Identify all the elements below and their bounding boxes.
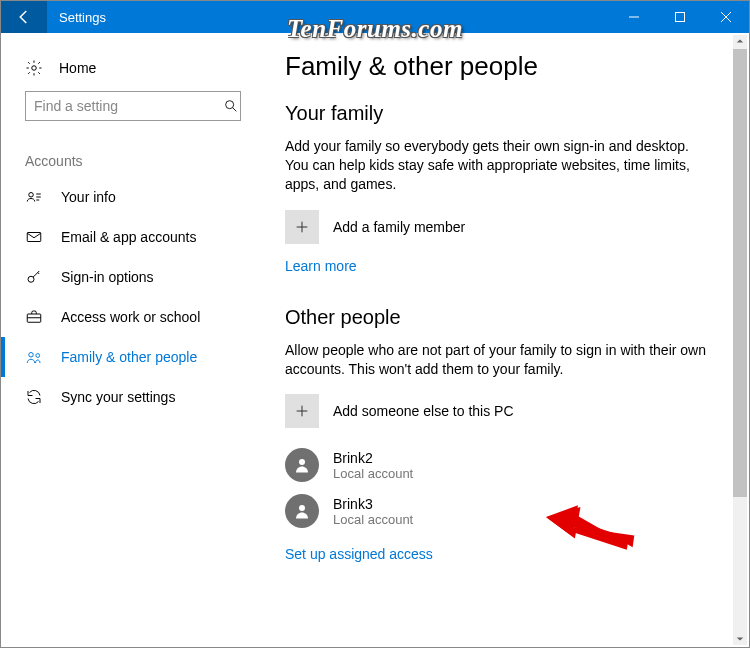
add-other-label: Add someone else to this PC (333, 403, 514, 419)
user-name: Brink2 (333, 450, 413, 466)
svg-rect-11 (27, 233, 41, 242)
sidebar-item-label: Family & other people (61, 349, 197, 365)
svg-point-12 (28, 276, 34, 282)
sidebar-item-signin-options[interactable]: Sign-in options (1, 257, 247, 297)
assigned-access-link[interactable]: Set up assigned access (285, 546, 433, 562)
briefcase-icon (25, 308, 43, 326)
search-box[interactable] (25, 91, 247, 121)
people-icon (25, 348, 43, 366)
svg-rect-1 (676, 13, 685, 22)
sidebar-item-email-accounts[interactable]: Email & app accounts (1, 217, 247, 257)
sidebar-home[interactable]: Home (1, 53, 247, 91)
sidebar-item-sync[interactable]: Sync your settings (1, 377, 247, 417)
svg-point-7 (29, 193, 34, 198)
sidebar-item-label: Access work or school (61, 309, 200, 325)
minimize-button[interactable] (611, 1, 657, 33)
avatar-icon (285, 448, 319, 482)
sidebar-item-label: Your info (61, 189, 116, 205)
svg-point-15 (29, 353, 34, 358)
family-heading: Your family (285, 102, 715, 125)
sidebar-item-family-other[interactable]: Family & other people (1, 337, 247, 377)
other-people-body: Allow people who are not part of your fa… (285, 341, 715, 379)
sync-icon (25, 388, 43, 406)
close-button[interactable] (703, 1, 749, 33)
sidebar-group-header: Accounts (1, 139, 247, 177)
add-family-member-button[interactable]: Add a family member (285, 210, 715, 244)
svg-point-22 (299, 505, 305, 511)
family-body: Add your family so everybody gets their … (285, 137, 715, 194)
key-icon (25, 268, 43, 286)
sidebar-item-label: Sign-in options (61, 269, 154, 285)
gear-icon (25, 59, 43, 77)
user-row-brink3[interactable]: Brink3 Local account (285, 494, 715, 528)
svg-point-4 (32, 66, 37, 71)
maximize-button[interactable] (657, 1, 703, 33)
back-button[interactable] (1, 1, 47, 33)
user-name: Brink3 (333, 496, 413, 512)
content-area: Family & other people Your family Add yo… (257, 33, 749, 647)
sidebar-item-label: Email & app accounts (61, 229, 196, 245)
window-title: Settings (47, 1, 611, 33)
add-family-label: Add a family member (333, 219, 465, 235)
svg-point-21 (299, 459, 305, 465)
mail-icon (25, 228, 43, 246)
user-type: Local account (333, 466, 413, 481)
sidebar-home-label: Home (59, 60, 96, 76)
window-controls (611, 1, 749, 33)
other-people-heading: Other people (285, 306, 715, 329)
sidebar: Home Accounts Your info Email & app acco… (1, 33, 257, 647)
learn-more-link[interactable]: Learn more (285, 258, 357, 274)
plus-icon (285, 210, 319, 244)
user-row-brink2[interactable]: Brink2 Local account (285, 448, 715, 482)
search-input[interactable] (25, 91, 241, 121)
avatar-icon (285, 494, 319, 528)
add-other-user-button[interactable]: Add someone else to this PC (285, 394, 715, 428)
user-type: Local account (333, 512, 413, 527)
page-title: Family & other people (285, 51, 715, 82)
svg-point-16 (36, 354, 40, 358)
plus-icon (285, 394, 319, 428)
scroll-up-icon[interactable] (733, 35, 747, 47)
sidebar-item-work-school[interactable]: Access work or school (1, 297, 247, 337)
person-card-icon (25, 188, 43, 206)
window-titlebar: Settings (1, 1, 749, 33)
scroll-down-icon[interactable] (733, 633, 747, 645)
scroll-thumb[interactable] (733, 49, 747, 497)
sidebar-item-your-info[interactable]: Your info (1, 177, 247, 217)
sidebar-item-label: Sync your settings (61, 389, 175, 405)
scrollbar[interactable] (733, 35, 747, 645)
